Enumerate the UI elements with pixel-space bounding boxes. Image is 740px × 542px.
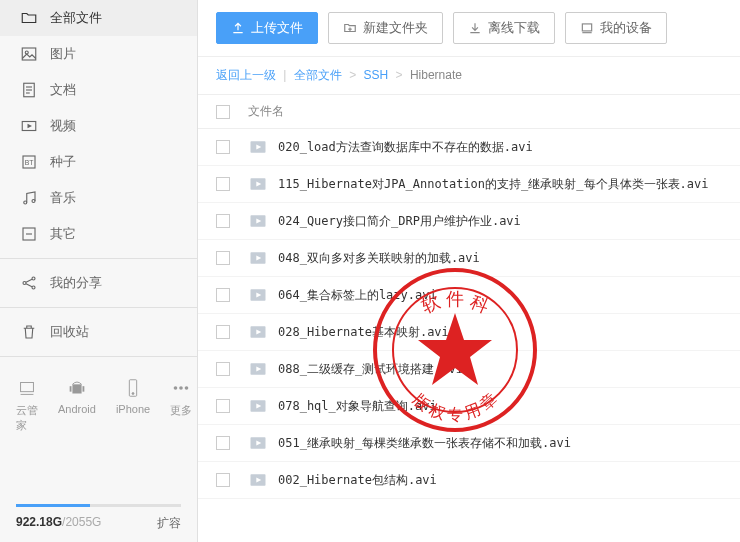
file-checkbox[interactable] [216, 473, 230, 487]
file-list: 020_load方法查询数据库中不存在的数据.avi 115_Hibernate… [198, 129, 740, 542]
new-folder-button[interactable]: 新建文件夹 [328, 12, 443, 44]
file-checkbox[interactable] [216, 362, 230, 376]
breadcrumb-ssh[interactable]: SSH [364, 68, 389, 82]
select-all-checkbox[interactable] [216, 105, 230, 119]
svg-rect-19 [21, 383, 34, 392]
platforms: 云管家 Android iPhone 更多 [0, 363, 197, 447]
sidebar-item-images[interactable]: 图片 [0, 36, 197, 72]
file-row[interactable]: 078_hql_对象导航查询.avi [198, 388, 740, 425]
sidebar-item-documents[interactable]: 文档 [0, 72, 197, 108]
android-icon [66, 377, 88, 399]
platform-more[interactable]: 更多 [170, 377, 192, 433]
file-row[interactable]: 020_load方法查询数据库中不存在的数据.avi [198, 129, 740, 166]
sidebar-item-other[interactable]: 其它 [0, 216, 197, 252]
sidebar-item-label: 图片 [50, 45, 76, 63]
storage-bar [16, 504, 181, 507]
file-name: 002_Hibernate包结构.avi [278, 472, 437, 489]
sidebar-item-label: 视频 [50, 117, 76, 135]
file-checkbox[interactable] [216, 288, 230, 302]
offline-download-button[interactable]: 离线下载 [453, 12, 555, 44]
music-icon [20, 189, 38, 207]
file-checkbox[interactable] [216, 436, 230, 450]
file-row[interactable]: 088_二级缓存_测试环境搭建.avi [198, 351, 740, 388]
sidebar-item-trash[interactable]: 回收站 [0, 314, 197, 350]
video-file-icon [248, 285, 268, 305]
file-row[interactable]: 051_继承映射_每棵类继承数一张表存储不和加载.avi [198, 425, 740, 462]
sidebar-item-videos[interactable]: 视频 [0, 108, 197, 144]
video-icon [20, 117, 38, 135]
share-icon [20, 274, 38, 292]
expand-link[interactable]: 扩容 [157, 515, 181, 532]
svg-point-11 [32, 200, 35, 203]
my-device-button[interactable]: 我的设备 [565, 12, 667, 44]
upload-button[interactable]: 上传文件 [216, 12, 318, 44]
storage-info: 922.18G/2055G 扩容 [0, 494, 197, 542]
svg-point-16 [32, 286, 35, 289]
file-checkbox[interactable] [216, 214, 230, 228]
device-icon [580, 21, 594, 35]
sidebar-item-all-files[interactable]: 全部文件 [0, 0, 197, 36]
sidebar-item-seeds[interactable]: BT 种子 [0, 144, 197, 180]
file-checkbox[interactable] [216, 140, 230, 154]
storage-total: /2055G [62, 515, 101, 529]
cloud-icon [16, 377, 38, 399]
file-checkbox[interactable] [216, 325, 230, 339]
file-name: 051_继承映射_每棵类继承数一张表存储不和加载.avi [278, 435, 571, 452]
sidebar-item-label: 我的分享 [50, 274, 102, 292]
platform-iphone[interactable]: iPhone [116, 377, 150, 433]
svg-point-14 [23, 282, 26, 285]
svg-line-18 [26, 284, 32, 287]
file-name: 088_二级缓存_测试环境搭建.avi [278, 361, 463, 378]
video-file-icon [248, 396, 268, 416]
sidebar-item-music[interactable]: 音乐 [0, 180, 197, 216]
svg-point-10 [24, 201, 27, 204]
file-row[interactable]: 064_集合标签上的lazy.avi [198, 277, 740, 314]
file-name: 020_load方法查询数据库中不存在的数据.avi [278, 139, 533, 156]
upload-icon [231, 21, 245, 35]
column-filename[interactable]: 文件名 [248, 103, 284, 120]
breadcrumb: 返回上一级 | 全部文件 > SSH > Hibernate [198, 57, 740, 95]
sidebar-item-label: 文档 [50, 81, 76, 99]
svg-point-25 [132, 393, 134, 395]
sidebar-item-label: 全部文件 [50, 9, 102, 27]
bt-icon: BT [20, 153, 38, 171]
file-list-header: 文件名 [198, 95, 740, 129]
storage-used: 922.18G [16, 515, 62, 529]
download-icon [468, 21, 482, 35]
sidebar-item-label: 其它 [50, 225, 76, 243]
platform-cloud[interactable]: 云管家 [16, 377, 38, 433]
file-row[interactable]: 048_双向多对多关联映射的加载.avi [198, 240, 740, 277]
sidebar-item-label: 种子 [50, 153, 76, 171]
trash-icon [20, 323, 38, 341]
more-icon [170, 377, 192, 399]
file-checkbox[interactable] [216, 251, 230, 265]
file-name: 028_Hibernate基本映射.avi [278, 324, 449, 341]
svg-point-27 [179, 386, 183, 390]
file-row[interactable]: 024_Query接口简介_DRP用户维护作业.avi [198, 203, 740, 240]
file-row[interactable]: 028_Hibernate基本映射.avi [198, 314, 740, 351]
file-checkbox[interactable] [216, 177, 230, 191]
svg-point-26 [174, 386, 178, 390]
video-file-icon [248, 137, 268, 157]
file-checkbox[interactable] [216, 399, 230, 413]
file-row[interactable]: 002_Hibernate包结构.avi [198, 462, 740, 499]
video-file-icon [248, 359, 268, 379]
video-file-icon [248, 248, 268, 268]
platform-android[interactable]: Android [58, 377, 96, 433]
svg-text:BT: BT [25, 159, 34, 166]
file-row[interactable]: 115_Hibernate对JPA_Annotation的支持_继承映射_每个具… [198, 166, 740, 203]
breadcrumb-back[interactable]: 返回上一级 [216, 68, 276, 82]
file-name: 115_Hibernate对JPA_Annotation的支持_继承映射_每个具… [278, 176, 708, 193]
folder-icon [20, 9, 38, 27]
file-name: 024_Query接口简介_DRP用户维护作业.avi [278, 213, 521, 230]
svg-rect-21 [72, 384, 81, 393]
sidebar-item-label: 回收站 [50, 323, 89, 341]
document-icon [20, 81, 38, 99]
breadcrumb-all[interactable]: 全部文件 [294, 68, 342, 82]
svg-line-17 [26, 279, 32, 282]
svg-marker-7 [28, 124, 33, 129]
sidebar-item-label: 音乐 [50, 189, 76, 207]
file-name: 078_hql_对象导航查询.avi [278, 398, 437, 415]
sidebar-item-share[interactable]: 我的分享 [0, 265, 197, 301]
video-file-icon [248, 322, 268, 342]
